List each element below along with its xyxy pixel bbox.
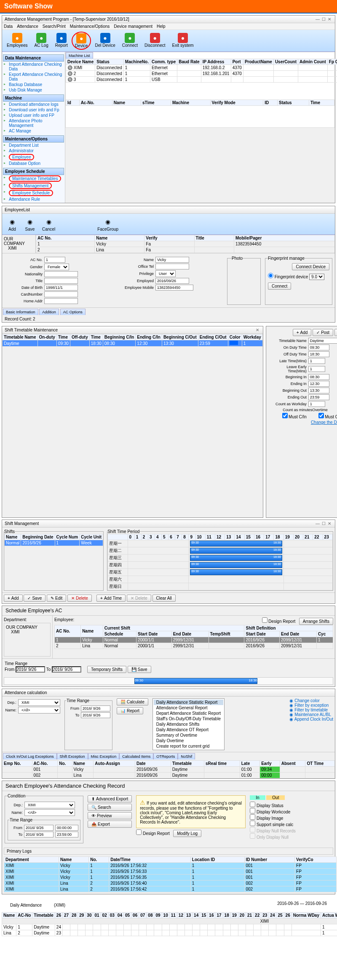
disconnect-button[interactable]: ●Disconnect: [142, 32, 168, 50]
employee-grid[interactable]: AC No.NameVerifyTitleMobile/Pager1VickyF…: [36, 235, 335, 253]
side-item[interactable]: Import Attendance Checking Data: [3, 62, 64, 72]
schedule-grid[interactable]: AC No.NameCurrent ShiftShift DefinitionS…: [54, 625, 333, 649]
mustcout-check[interactable]: [318, 413, 324, 418]
post-button[interactable]: ✓ Post: [313, 329, 333, 336]
emp-tb-cancel[interactable]: ◉Cancel: [39, 215, 58, 233]
priv-select[interactable]: User: [155, 270, 176, 277]
emp-tb-add[interactable]: ◉Add: [4, 215, 21, 233]
side-item[interactable]: Upload user info and FP: [3, 113, 64, 118]
side-item[interactable]: Employee: [3, 153, 64, 161]
tab-acopt[interactable]: AC Options: [60, 309, 86, 315]
title-input[interactable]: [44, 278, 78, 284]
report-menu-item[interactable]: Depart Attendance Statistic Report: [154, 711, 223, 716]
emp-tb-facegroup[interactable]: ◉FaceGroup: [94, 215, 121, 233]
mustcin-check[interactable]: [282, 413, 288, 418]
preview-button[interactable]: 👁 Preview: [88, 812, 132, 819]
exit-button[interactable]: ●Exit system: [169, 32, 197, 50]
calc-tab[interactable]: Calculated Items: [119, 753, 153, 759]
emplist-toolbar[interactable]: ◉Add◉Save◉Cancel◉FaceGroup: [2, 214, 335, 235]
fp-device-radio[interactable]: [268, 273, 273, 278]
log-grid[interactable]: DepartmentNameNo.Date/TimeLocation IDID …: [4, 856, 337, 892]
side-item[interactable]: Download user info and Fp: [3, 107, 64, 113]
bout-input[interactable]: [308, 388, 329, 393]
dept-tree[interactable]: XIMI: [6, 630, 48, 634]
delete-button[interactable]: ✕ Delete: [334, 329, 337, 336]
window-controls[interactable]: —☐✕: [315, 17, 332, 22]
search-opt-check[interactable]: [250, 808, 255, 813]
report-button[interactable]: ●Report: [52, 32, 71, 50]
side-item[interactable]: Database Option: [3, 161, 64, 166]
side-item[interactable]: Backup Database: [3, 82, 64, 87]
tab-addition[interactable]: Addition: [39, 309, 59, 315]
connect-button[interactable]: ●Connect: [119, 32, 141, 50]
mobile-input[interactable]: [155, 285, 193, 291]
menu-devicemanagement[interactable]: Device management: [114, 24, 152, 29]
emp-tb-sep[interactable]: [77, 215, 94, 233]
lower-grid[interactable]: IdAc-No.NamesTimeMachineVerify ModeIDSta…: [66, 100, 334, 106]
menubar[interactable]: DataAttendanceSearch/PrintMaintenance/Op…: [2, 23, 335, 30]
deltime-button[interactable]: ✕ Delete: [127, 595, 151, 602]
menu-maintenanceoptions[interactable]: Maintenance/Options: [70, 24, 110, 29]
arrange-button[interactable]: Arrange Shifts: [299, 618, 333, 625]
s-to-time[interactable]: [55, 832, 78, 837]
search-opt-check[interactable]: [250, 802, 255, 807]
side-item[interactable]: Download attendance logs: [3, 102, 64, 107]
calc-tab[interactable]: OTReports: [153, 753, 178, 759]
search-opt-check[interactable]: [250, 814, 255, 820]
eout-input[interactable]: [308, 394, 329, 400]
office-input[interactable]: [155, 264, 189, 269]
ein-input[interactable]: [308, 381, 329, 387]
side-hdr[interactable]: Data Maintenance: [3, 54, 64, 62]
calc-links[interactable]: ◉ Change color◉ Filter by exception◉ Fil…: [289, 698, 333, 750]
side-hdr[interactable]: Maintenance/Options: [3, 135, 64, 143]
calc-from-input[interactable]: [81, 705, 110, 711]
s-from-time[interactable]: [55, 825, 78, 831]
side-item[interactable]: Attendance Photo Management: [3, 118, 64, 128]
s-to-date[interactable]: [24, 832, 53, 837]
to-date[interactable]: [52, 666, 81, 673]
advexport-button[interactable]: ⬆ Advanced Export: [88, 795, 132, 802]
connect-device-button[interactable]: Connect Device: [292, 263, 329, 270]
calc-link[interactable]: ◉ Maintenance AL/BL: [289, 712, 333, 717]
side-hdr[interactable]: Machine: [3, 94, 64, 102]
shift-save-button[interactable]: ✓ Save: [24, 595, 45, 602]
connect-button[interactable]: Connect: [268, 283, 291, 290]
add-button[interactable]: + Add: [293, 329, 312, 336]
offdt-input[interactable]: [308, 351, 329, 357]
calc-link[interactable]: ◉ Filter by exception: [289, 703, 333, 708]
tn-input[interactable]: [308, 338, 337, 344]
calc-link[interactable]: ◉ Change color: [289, 698, 333, 703]
menu-attendance[interactable]: Attendance: [17, 24, 38, 29]
addtime-button[interactable]: + Add Time: [96, 595, 126, 602]
report-menu-item[interactable]: Daily Overtime: [154, 738, 223, 743]
close-icon[interactable]: ✕: [254, 328, 260, 332]
report-menu-item[interactable]: Daily Attendance Shifts: [154, 722, 223, 727]
nat-input[interactable]: [44, 271, 78, 277]
menu-searchprint[interactable]: Search/Print: [43, 24, 66, 29]
calc-tabs[interactable]: Clock In/Out Log ExceptionsShift Excepti…: [2, 752, 335, 760]
company-node[interactable]: OUR COMPANY: [4, 237, 34, 246]
save-schedule-button[interactable]: 💾 Save: [128, 666, 151, 673]
side-item[interactable]: Department List: [3, 143, 64, 148]
report-menu[interactable]: Daily Attendance Statistic ReportAttenda…: [152, 698, 225, 750]
shift-add-button[interactable]: + Add: [4, 595, 23, 602]
calc-to-input[interactable]: [81, 712, 110, 718]
calc-grid[interactable]: Emp No.AC-No.No.NameAuto-AssignDateTimet…: [2, 760, 335, 778]
bin-input[interactable]: [308, 374, 329, 380]
side-item[interactable]: Export Attendance Checking Data: [3, 72, 64, 82]
company-tree[interactable]: OUR COMPANY: [6, 625, 48, 630]
calc-tab[interactable]: NoShif: [178, 753, 195, 759]
shift-delete-button[interactable]: ✕ Delete: [67, 595, 92, 602]
late-input[interactable]: [308, 358, 325, 364]
deldevice-button[interactable]: ●Del Device: [92, 32, 118, 50]
side-item[interactable]: AC Manage: [3, 128, 64, 134]
ondt-input[interactable]: [308, 345, 329, 350]
fp-ver-select[interactable]: 9.0: [309, 274, 324, 280]
clearall-button[interactable]: Clear All: [152, 595, 176, 602]
side-item[interactable]: Shifts Management: [3, 182, 64, 189]
timetable-grid[interactable]: Timetable NameOn-dutyTimeOff-dutyTimeBeg…: [2, 334, 263, 347]
side-item[interactable]: Administrator: [3, 148, 64, 153]
machine-list-tab[interactable]: Machine List: [66, 52, 93, 59]
device-button[interactable]: ●Device: [72, 32, 91, 50]
calc-dep-select[interactable]: XIMI: [18, 699, 60, 706]
